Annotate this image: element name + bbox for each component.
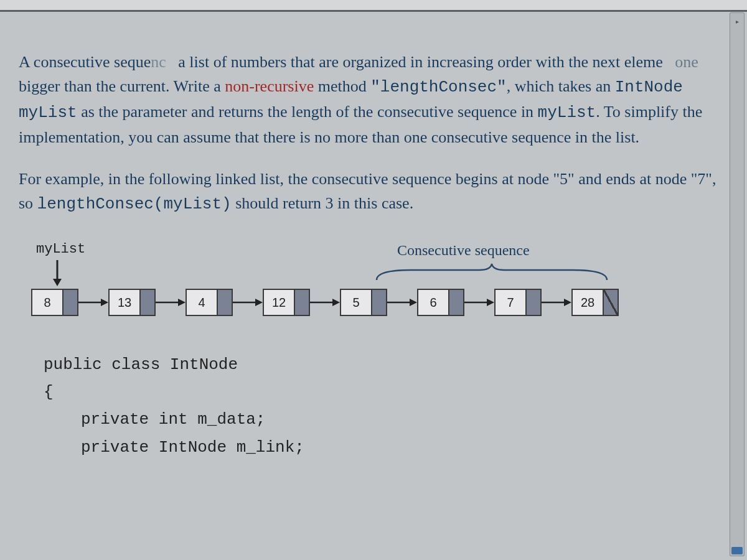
node-value: 4 xyxy=(187,290,218,315)
svg-marker-7 xyxy=(255,299,263,306)
problem-paragraph-1: A consecutive sequenc a list of numbers … xyxy=(19,50,722,149)
node-value: 28 xyxy=(573,290,604,315)
node-pointer xyxy=(295,290,309,315)
code-block: public class IntNode { private int m_dat… xyxy=(44,351,722,461)
list-node: 7 xyxy=(494,289,542,316)
node-row: 8 13 4 xyxy=(31,289,619,316)
list-node: 4 xyxy=(186,289,233,316)
problem-paragraph-2: For example, in the following linked lis… xyxy=(19,167,722,217)
text: A consecutive seque xyxy=(19,53,151,71)
code-text: lengthConsec(myList) xyxy=(37,195,232,213)
text: should return 3 in this case. xyxy=(232,194,413,212)
svg-marker-11 xyxy=(410,299,417,306)
node-value: 7 xyxy=(496,290,527,315)
text: a list of numbers that are organized in … xyxy=(178,53,663,71)
link-arrow-icon xyxy=(310,296,340,309)
code-text: "lengthConsec" xyxy=(370,78,506,96)
node-value: 12 xyxy=(264,290,295,315)
link-arrow-icon xyxy=(78,296,108,309)
code-line: public class IntNode xyxy=(44,351,722,378)
list-node: 13 xyxy=(108,289,156,316)
obscured-text: one xyxy=(675,53,698,71)
scrollbar-up-arrow[interactable]: ▸ xyxy=(730,16,744,27)
link-arrow-icon xyxy=(464,296,494,309)
brace-icon xyxy=(374,261,610,282)
document-page: A consecutive sequenc a list of numbers … xyxy=(0,0,747,480)
svg-marker-13 xyxy=(487,299,494,306)
mylist-label: myList xyxy=(36,239,85,259)
obscured-text: nc xyxy=(151,53,166,71)
node-value: 5 xyxy=(341,290,372,315)
link-arrow-icon xyxy=(233,296,263,309)
code-line: private IntNode m_link; xyxy=(44,434,722,461)
svg-marker-9 xyxy=(332,299,340,306)
code-line: private int m_data; xyxy=(44,406,722,433)
svg-marker-15 xyxy=(564,299,571,306)
window-header-fragment xyxy=(0,0,747,12)
list-node: 28 xyxy=(571,289,619,316)
list-node: 12 xyxy=(263,289,310,316)
link-arrow-icon xyxy=(542,296,571,309)
emphasis-text: non-recursive xyxy=(225,77,314,95)
text: bigger than the current. Write a xyxy=(19,77,225,95)
scrollbar-thumb[interactable] xyxy=(731,547,743,554)
node-pointer xyxy=(372,290,386,315)
node-pointer xyxy=(449,290,463,315)
consecutive-label: Consecutive sequence xyxy=(397,239,530,261)
node-value: 6 xyxy=(418,290,449,315)
list-node: 6 xyxy=(417,289,464,316)
code-text: myList xyxy=(538,103,596,122)
svg-marker-1 xyxy=(53,279,62,286)
node-pointer xyxy=(141,290,154,315)
node-pointer xyxy=(527,290,540,315)
list-node: 8 xyxy=(31,289,78,316)
node-value: 13 xyxy=(110,290,141,315)
linked-list-diagram: myList Consecutive sequence 8 13 xyxy=(19,239,722,345)
text: method xyxy=(314,77,370,95)
text: , which takes an xyxy=(507,77,615,95)
node-value: 8 xyxy=(32,290,63,315)
list-node: 5 xyxy=(340,289,387,316)
code-line: { xyxy=(44,378,722,406)
down-arrow-icon xyxy=(50,259,65,287)
link-arrow-icon xyxy=(156,296,186,309)
svg-marker-3 xyxy=(101,299,108,306)
node-null-pointer xyxy=(604,290,618,315)
vertical-scrollbar[interactable]: ▸ xyxy=(730,12,745,556)
text: as the parameter and returns the length … xyxy=(77,103,538,121)
node-pointer xyxy=(63,290,77,315)
node-pointer xyxy=(218,290,232,315)
link-arrow-icon xyxy=(387,296,417,309)
svg-marker-5 xyxy=(178,299,186,306)
